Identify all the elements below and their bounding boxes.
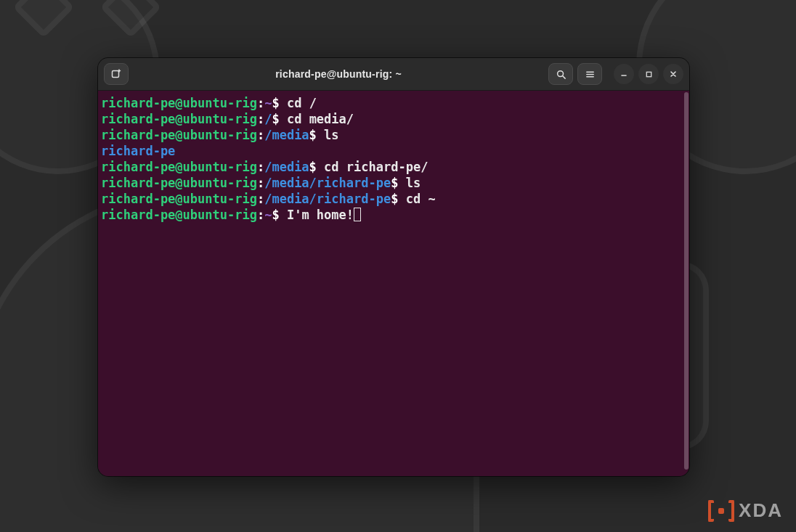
command-text: ls <box>406 176 421 190</box>
watermark-text: XDA <box>739 499 783 522</box>
terminal-line: richard-pe@ubuntu-rig:/media/richard-pe$… <box>101 175 679 191</box>
prompt-userhost: richard-pe@ubuntu-rig <box>101 208 257 222</box>
prompt-dollar: $ <box>391 192 405 206</box>
terminal-line: richard-pe@ubuntu-rig:~$ cd / <box>101 95 679 111</box>
bracket-icon <box>728 500 734 522</box>
text-cursor <box>354 208 361 221</box>
svg-rect-0 <box>113 71 119 78</box>
prompt-colon: : <box>257 96 264 110</box>
close-button[interactable] <box>663 64 683 84</box>
bracket-icon <box>708 500 714 522</box>
svg-rect-2 <box>646 72 651 76</box>
terminal-content[interactable]: richard-pe@ubuntu-rig:~$ cd /richard-pe@… <box>98 91 683 476</box>
terminal-line: richard-pe <box>101 143 679 159</box>
command-text: I'm home! <box>287 208 354 222</box>
prompt-dollar: $ <box>272 96 286 110</box>
xda-watermark: XDA <box>708 499 783 522</box>
prompt-userhost: richard-pe@ubuntu-rig <box>101 96 257 110</box>
prompt-colon: : <box>257 192 264 206</box>
new-tab-button[interactable] <box>104 63 129 85</box>
terminal-window: richard-pe@ubuntu-rig: ~ <box>98 58 689 476</box>
prompt-path: ~ <box>264 96 272 110</box>
scrollbar-thumb[interactable] <box>684 92 689 470</box>
titlebar: richard-pe@ubuntu-rig: ~ <box>98 58 689 91</box>
prompt-userhost: richard-pe@ubuntu-rig <box>101 160 257 174</box>
command-text: cd media/ <box>287 112 354 126</box>
search-button[interactable] <box>548 63 573 85</box>
prompt-colon: : <box>257 176 264 190</box>
minimize-button[interactable] <box>614 64 634 84</box>
terminal-line: richard-pe@ubuntu-rig:/media$ cd richard… <box>101 159 679 175</box>
prompt-dollar: $ <box>309 128 324 142</box>
search-icon <box>556 69 566 80</box>
window-title: richard-pe@ubuntu-rig: ~ <box>133 68 544 80</box>
prompt-dollar: $ <box>272 112 286 126</box>
command-text: ls <box>324 128 338 142</box>
prompt-userhost: richard-pe@ubuntu-rig <box>101 112 257 126</box>
prompt-path: ~ <box>264 208 272 222</box>
command-text: cd / <box>287 96 317 110</box>
prompt-colon: : <box>257 208 264 222</box>
dot-icon <box>718 508 724 514</box>
prompt-colon: : <box>257 160 264 174</box>
terminal-line: richard-pe@ubuntu-rig:/$ cd media/ <box>101 111 679 127</box>
prompt-path: /media/richard-pe <box>264 192 391 206</box>
new-tab-icon <box>110 68 122 80</box>
hamburger-icon <box>585 69 596 80</box>
terminal-line: richard-pe@ubuntu-rig:/media$ ls <box>101 127 679 143</box>
menu-button[interactable] <box>577 63 602 85</box>
ls-output: richard-pe <box>101 144 175 158</box>
maximize-icon <box>645 70 653 78</box>
prompt-dollar: $ <box>309 160 324 174</box>
close-icon <box>669 70 678 78</box>
prompt-path: /media <box>264 160 309 174</box>
prompt-path: / <box>264 112 272 126</box>
prompt-path: /media/richard-pe <box>264 176 391 190</box>
minimize-icon <box>620 70 628 78</box>
prompt-colon: : <box>257 128 264 142</box>
command-text: cd ~ <box>406 192 436 206</box>
maximize-button[interactable] <box>638 64 659 84</box>
prompt-userhost: richard-pe@ubuntu-rig <box>101 192 257 206</box>
terminal-body[interactable]: richard-pe@ubuntu-rig:~$ cd /richard-pe@… <box>98 91 689 476</box>
prompt-path: /media <box>264 128 309 142</box>
scrollbar[interactable] <box>683 91 689 476</box>
prompt-dollar: $ <box>272 208 286 222</box>
prompt-userhost: richard-pe@ubuntu-rig <box>101 128 257 142</box>
prompt-dollar: $ <box>391 176 405 190</box>
terminal-line: richard-pe@ubuntu-rig:~$ I'm home! <box>101 207 679 223</box>
terminal-line: richard-pe@ubuntu-rig:/media/richard-pe$… <box>101 191 679 207</box>
prompt-userhost: richard-pe@ubuntu-rig <box>101 176 257 190</box>
prompt-colon: : <box>257 112 264 126</box>
command-text: cd richard-pe/ <box>324 160 428 174</box>
